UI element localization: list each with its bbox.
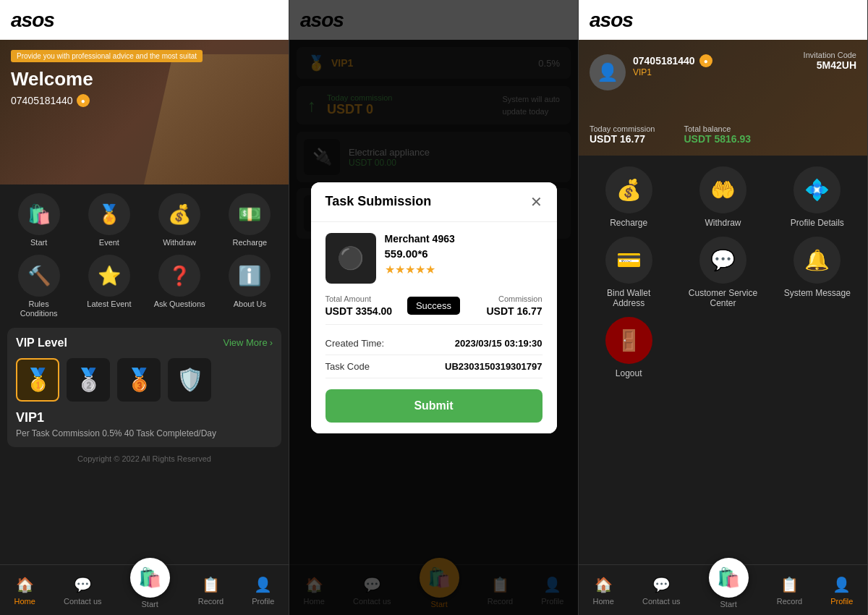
profile-details[interactable]: 💠 Profile Details	[775, 166, 860, 228]
invite-code: Invitation Code 5M42UH	[804, 51, 856, 71]
today-commission-value: USDT 16.77	[590, 133, 655, 145]
commission-col: Commission USDT 16.77	[467, 294, 542, 317]
icon-start[interactable]: 🛍️ Start	[7, 193, 70, 247]
nav-record-label: Record	[198, 597, 224, 606]
total-amount-value: USDT 3354.00	[326, 305, 400, 317]
event-icon: 🏅	[88, 193, 130, 235]
start-label: Start	[30, 238, 47, 247]
task-code-value: UB2303150319301797	[445, 361, 542, 372]
modal-header: Task Submission ✕	[311, 182, 557, 222]
panel3-home-icon: 🏠	[593, 574, 613, 595]
coin-icon: ●	[77, 94, 90, 107]
success-badge: Success	[407, 297, 460, 315]
withdraw-icon: 💰	[158, 193, 200, 235]
profile-hero: 👤 07405181440 ● VIP1 Invitation Code 5M4…	[579, 40, 867, 156]
start-icon: 🛍️	[18, 193, 60, 235]
panel3-record-icon: 📋	[779, 574, 799, 595]
invite-label: Invitation Code	[804, 51, 856, 59]
nav-start-center[interactable]: 🛍️ Start	[130, 572, 170, 608]
panel3-nav-record-label: Record	[777, 597, 802, 606]
rules-label: RulesConditions	[20, 300, 58, 318]
recharge-icon: 💵	[229, 193, 271, 235]
ask-questions-icon: ❓	[158, 255, 200, 297]
icon-withdraw[interactable]: 💰 Withdraw	[148, 193, 211, 247]
panel1-header: asos	[0, 0, 289, 40]
nav-profile[interactable]: 👤 Profile	[252, 574, 274, 606]
rules-icon: 🔨	[18, 255, 60, 297]
profile-bind-wallet[interactable]: 💳 Bind WalletAddress	[586, 237, 671, 308]
recharge-label: Recharge	[233, 238, 268, 247]
profile-avatar: 👤	[590, 54, 626, 90]
nav-home[interactable]: 🏠 Home	[14, 574, 35, 606]
panel2-content: 🥇 VIP1 0.5% ↑ Today commission USDT 0 Sy…	[289, 40, 578, 615]
nav-record[interactable]: 📋 Record	[198, 574, 224, 606]
nav-contact-us[interactable]: 💬 Contact us	[64, 574, 102, 606]
total-amount-col: Total Amount USDT 3354.00	[326, 294, 400, 317]
panel-3: asos 👤 07405181440 ● VIP1 Invitation Cod…	[579, 0, 868, 615]
panel3-nav-profile[interactable]: 👤 Profile	[830, 574, 853, 606]
icon-rules[interactable]: 🔨 RulesConditions	[7, 255, 70, 318]
profile-recharge[interactable]: 💰 Recharge	[586, 166, 671, 228]
profile-right-info: 07405181440 ● VIP1	[633, 54, 712, 77]
logout-icon: 🚪	[605, 317, 652, 364]
profile-icon: 👤	[253, 574, 273, 595]
vip-section: VIP Level View More › 🥇 🥈 🥉 🛡️ VIP1 Per …	[7, 328, 281, 447]
amount-commission-row: Total Amount USDT 3354.00 Success Commis…	[326, 294, 542, 325]
customer-service-label: Customer ServiceCenter	[689, 288, 757, 308]
panel3-nav-contact[interactable]: 💬 Contact us	[642, 574, 681, 606]
panel3-start-icon: 🛍️	[709, 558, 749, 598]
icon-event[interactable]: 🏅 Event	[77, 193, 140, 247]
invite-value: 5M42UH	[804, 59, 856, 71]
submit-button[interactable]: Submit	[326, 389, 542, 423]
task-code-row: Task Code UB2303150319301797	[326, 355, 542, 378]
panel3-nav-home[interactable]: 🏠 Home	[593, 574, 614, 606]
profile-withdraw[interactable]: 🤲 Withdraw	[680, 166, 765, 228]
profile-system-message[interactable]: 🔔 System Message	[775, 237, 860, 308]
event-label: Event	[99, 238, 119, 247]
hero-banner: Provide you with professional advice and…	[11, 50, 203, 62]
icon-recharge[interactable]: 💵 Recharge	[218, 193, 281, 247]
start-center-icon: 🛍️	[130, 558, 170, 598]
nav-start-label: Start	[142, 600, 158, 608]
withdraw-label: Withdraw	[163, 238, 196, 247]
modal-close-button[interactable]: ✕	[530, 193, 542, 211]
profile-withdraw-icon: 🤲	[699, 166, 746, 213]
about-us-label: About Us	[234, 300, 266, 309]
icon-about-us[interactable]: ℹ️ About Us	[218, 255, 281, 318]
product-row: ⚫ Merchant 4963 559.00*6 ★★★★★	[326, 233, 542, 284]
latest-event-icon: ⭐	[88, 255, 130, 297]
profile-phone: 07405181440 ●	[633, 54, 712, 67]
profile-coin-icon: ●	[699, 54, 712, 67]
profile-recharge-label: Recharge	[610, 218, 647, 228]
total-amount-label: Total Amount	[326, 294, 400, 303]
product-price: 559.00*6	[385, 247, 542, 260]
icon-latest-event[interactable]: ⭐ Latest Event	[77, 255, 140, 318]
record-icon: 📋	[200, 574, 221, 595]
profile-recharge-icon: 💰	[605, 166, 652, 213]
icon-ask-questions[interactable]: ❓ Ask Questions	[148, 255, 211, 318]
logout-label: Logout	[616, 368, 642, 378]
panel1-icon-grid: 🛍️ Start 🏅 Event 💰 Withdraw 💵 Recharge 🔨…	[0, 184, 289, 328]
view-more-button[interactable]: View More ›	[223, 337, 273, 348]
commission-col-value: USDT 16.77	[467, 305, 542, 317]
vip-badge-4[interactable]: 🛡️	[168, 358, 211, 402]
profile-customer-service[interactable]: 💬 Customer ServiceCenter	[680, 237, 765, 308]
nav-home-label: Home	[14, 597, 35, 606]
vip-badge-1[interactable]: 🥇	[16, 358, 59, 402]
panel3-nav-start[interactable]: 🛍️ Start	[709, 572, 749, 608]
vip-desc: Per Task Commission 0.5% 40 Task Complet…	[16, 428, 273, 438]
profile-balances: Today commission USDT 16.77 Total balanc…	[590, 124, 751, 145]
profile-logout[interactable]: 🚪 Logout	[586, 317, 671, 378]
panel3-nav-record[interactable]: 📋 Record	[777, 574, 802, 606]
nav-contact-label: Contact us	[64, 597, 102, 606]
product-info: Merchant 4963 559.00*6 ★★★★★	[385, 233, 542, 284]
vip-badge-3[interactable]: 🥉	[117, 358, 161, 402]
vip-badges: 🥇 🥈 🥉 🛡️	[16, 358, 273, 402]
hero-text: Provide you with professional advice and…	[11, 48, 289, 107]
vip-badge-2[interactable]: 🥈	[67, 358, 110, 402]
today-commission-balance: Today commission USDT 16.77	[590, 124, 655, 145]
panel3-header: asos	[579, 0, 867, 40]
modal-title: Task Submission	[326, 194, 432, 209]
profile-withdraw-label: Withdraw	[705, 218, 741, 228]
latest-event-label: Latest Event	[87, 300, 131, 309]
